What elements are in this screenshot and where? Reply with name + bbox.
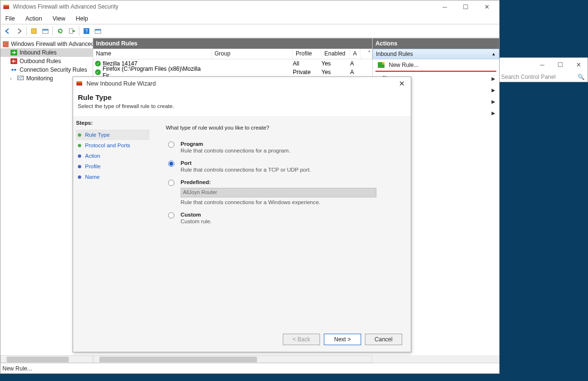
chevron-right-icon: ▶ — [492, 99, 495, 104]
svg-rect-18 — [76, 81, 82, 83]
step-rule-type[interactable]: Rule Type — [76, 130, 150, 140]
svg-rect-4 — [43, 29, 48, 31]
help-icon[interactable]: ? — [81, 26, 92, 36]
scroll-up-icon[interactable]: ˄ — [361, 49, 372, 59]
wizard-titlebar: New Inbound Rule Wizard ✕ — [73, 77, 411, 90]
conn-sec-icon — [10, 66, 18, 73]
monitoring-icon — [17, 75, 24, 82]
actions-header: Actions — [373, 38, 499, 49]
forward-icon[interactable] — [14, 26, 24, 36]
toolbar-btn-1[interactable] — [29, 26, 39, 36]
radio-predefined[interactable] — [168, 180, 174, 186]
new-inbound-rule-wizard: New Inbound Rule Wizard ✕ Rule Type Sele… — [73, 76, 411, 352]
col-group[interactable]: Group — [212, 49, 293, 59]
search-placeholder[interactable]: Search Control Panel — [501, 74, 556, 80]
outbound-icon — [10, 58, 18, 65]
chevron-right-icon: ▶ — [492, 87, 495, 93]
cp-minimize-button[interactable]: ─ — [533, 58, 551, 71]
wizard-buttons: < Back Next > Cancel — [283, 334, 402, 345]
statusbar: New Rule... — [0, 363, 499, 373]
radio-port[interactable] — [168, 161, 174, 167]
new-rule-icon — [377, 61, 385, 69]
wizard-subheading: Select the type of firewall rule to crea… — [78, 103, 406, 109]
menubar: File Action View Help — [0, 13, 499, 24]
export-icon[interactable] — [66, 26, 77, 36]
menu-help[interactable]: Help — [74, 14, 90, 23]
firewall-icon: 🧱 — [2, 41, 9, 47]
radio-program[interactable] — [168, 142, 174, 148]
col-profile[interactable]: Profile — [293, 49, 321, 59]
toolbar-btn-2[interactable] — [40, 26, 51, 36]
option-port[interactable]: Port Rule that controls connections for … — [166, 160, 399, 173]
tree-root[interactable]: 🧱 Windows Firewall with Advanced Securit… — [0, 40, 93, 48]
svg-text:?: ? — [85, 29, 88, 34]
titlebar: Windows Firewall with Advanced Security … — [0, 0, 499, 13]
svg-rect-16 — [382, 62, 385, 65]
step-protocol-ports[interactable]: Protocol and Ports — [76, 140, 150, 151]
col-name[interactable]: Name — [93, 49, 212, 59]
back-button: < Back — [283, 334, 320, 345]
firewall-icon — [2, 3, 10, 11]
allowed-icon: ✓ — [95, 69, 101, 75]
wizard-question: What type of rule would you like to crea… — [166, 125, 399, 131]
minimize-button[interactable]: ─ — [434, 0, 455, 13]
svg-rect-9 — [95, 29, 101, 31]
firewall-icon — [76, 80, 84, 87]
steps-label: Steps: — [76, 120, 150, 126]
wizard-main: What type of rule would you like to crea… — [152, 116, 411, 352]
search-icon[interactable]: 🔍 — [577, 74, 585, 80]
svg-rect-2 — [32, 29, 36, 33]
column-headers: Name Group Profile Enabled A ˄ — [93, 49, 372, 59]
svg-rect-14 — [18, 76, 23, 80]
toolbar-btn-last[interactable] — [93, 26, 103, 36]
predefined-select: AllJoyn Router — [181, 188, 376, 197]
toolbar: ? — [0, 24, 499, 38]
wizard-title: New Inbound Rule Wizard — [86, 80, 156, 87]
window-title: Windows Firewall with Advanced Security — [13, 3, 118, 10]
close-button[interactable]: ✕ — [476, 0, 497, 13]
highlight-underline — [375, 71, 496, 72]
tree-inbound-rules[interactable]: Inbound Rules — [0, 48, 93, 57]
refresh-icon[interactable] — [55, 26, 65, 36]
collapse-icon[interactable]: ▲ — [492, 52, 496, 56]
wizard-header-area: Rule Type Select the type of firewall ru… — [73, 90, 411, 116]
menu-action[interactable]: Action — [23, 14, 44, 23]
expand-icon[interactable]: › — [10, 76, 15, 81]
menu-file[interactable]: File — [3, 14, 17, 23]
option-predefined[interactable]: Predefined: AllJoyn Router Rule that con… — [166, 179, 399, 205]
tree-connection-security[interactable]: Connection Security Rules — [0, 65, 93, 74]
cp-close-button[interactable]: ✕ — [569, 58, 588, 71]
menu-view[interactable]: View — [51, 14, 67, 23]
cancel-button[interactable]: Cancel — [365, 334, 402, 345]
cp-maximize-button[interactable]: ☐ — [551, 58, 569, 71]
step-profile[interactable]: Profile — [76, 161, 150, 172]
actions-subheader[interactable]: Inbound Rules ▲ — [373, 49, 499, 59]
wizard-steps: Steps: Rule Type Protocol and Ports Acti… — [73, 116, 152, 352]
status-text: New Rule... — [2, 365, 32, 372]
wizard-close-button[interactable]: ✕ — [396, 79, 408, 88]
chevron-right-icon: ▶ — [492, 76, 495, 81]
step-action[interactable]: Action — [76, 151, 150, 161]
radio-custom[interactable] — [168, 212, 174, 218]
svg-rect-1 — [3, 5, 9, 6]
rules-header: Inbound Rules — [93, 38, 372, 49]
list-hscroll[interactable] — [93, 355, 372, 363]
tree-outbound-rules[interactable]: Outbound Rules — [0, 57, 93, 65]
svg-rect-5 — [69, 29, 73, 33]
step-name[interactable]: Name — [76, 172, 150, 182]
maximize-button[interactable]: ☐ — [455, 0, 476, 13]
hscrollbar-row — [0, 355, 499, 363]
col-enabled[interactable]: Enabled — [321, 49, 350, 59]
chevron-right-icon: ▶ — [492, 110, 495, 116]
option-program[interactable]: Program Rule that controls connections f… — [166, 141, 399, 153]
option-custom[interactable]: Custom Custom rule. — [166, 212, 399, 224]
inbound-icon — [10, 49, 18, 56]
action-new-rule[interactable]: New Rule... — [373, 59, 499, 71]
rule-row[interactable]: ✓Firefox (C:\Program Files (x86)\Mozilla… — [93, 68, 372, 76]
next-button[interactable]: Next > — [324, 334, 361, 345]
tree-hscroll[interactable] — [0, 355, 93, 363]
back-icon[interactable] — [2, 26, 13, 36]
control-panel-window: ─ ☐ ✕ Search Control Panel 🔍 — [498, 57, 588, 82]
wizard-heading: Rule Type — [78, 93, 406, 101]
col-action[interactable]: A — [350, 49, 361, 59]
